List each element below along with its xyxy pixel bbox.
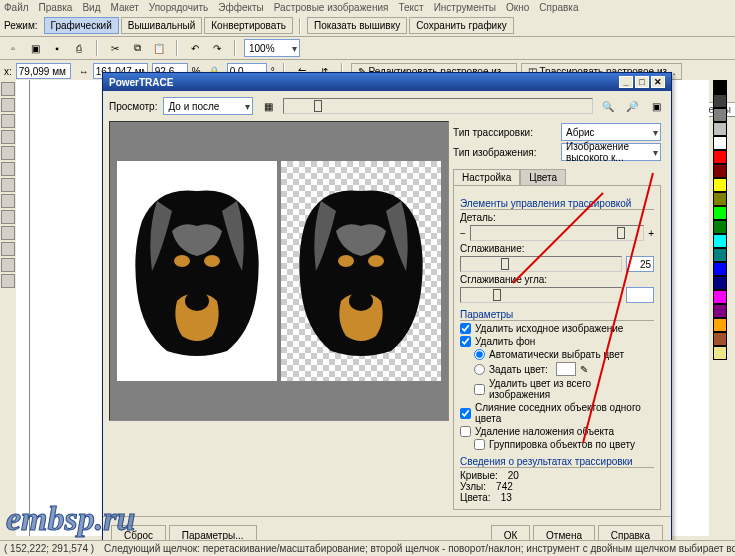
crop-tool-icon[interactable]: [1, 114, 15, 128]
plus-icon[interactable]: +: [648, 228, 654, 239]
menu-window[interactable]: Окно: [506, 2, 529, 13]
palette-swatch[interactable]: [713, 234, 727, 248]
menu-tools[interactable]: Инструменты: [434, 2, 496, 13]
eyedropper-tool-icon[interactable]: [1, 242, 15, 256]
palette-swatch[interactable]: [713, 94, 727, 108]
palette-swatch[interactable]: [713, 262, 727, 276]
delete-source-checkbox[interactable]: [460, 323, 471, 334]
detail-slider[interactable]: [470, 225, 644, 241]
minus-icon[interactable]: −: [460, 228, 466, 239]
corner-input[interactable]: [626, 287, 654, 303]
preview-mode-dropdown[interactable]: До и после: [163, 97, 253, 115]
corner-slider[interactable]: [460, 287, 622, 303]
text-tool-icon[interactable]: [1, 210, 15, 224]
curves-label: Кривые:: [460, 470, 498, 481]
fill-tool-icon[interactable]: [1, 274, 15, 288]
tab-colors[interactable]: Цвета: [520, 169, 566, 185]
mode-convert[interactable]: Конвертировать: [204, 17, 293, 34]
group-by-color-checkbox[interactable]: [474, 439, 485, 450]
zoom-out-icon[interactable]: 🔎: [623, 97, 641, 115]
paste-icon[interactable]: 📋: [150, 39, 168, 57]
smooth-slider[interactable]: [460, 256, 622, 272]
delete-bg-checkbox[interactable]: [460, 336, 471, 347]
palette-swatch[interactable]: [713, 108, 727, 122]
transparency-icon[interactable]: ▦: [259, 97, 277, 115]
menu-view[interactable]: Вид: [82, 2, 100, 13]
svg-point-0: [174, 255, 190, 267]
show-embroidery[interactable]: Показать вышивку: [307, 17, 407, 34]
palette-swatch[interactable]: [713, 80, 727, 94]
menu-help[interactable]: Справка: [539, 2, 578, 13]
save-graphic[interactable]: Сохранить графику: [409, 17, 514, 34]
print-icon[interactable]: ⎙: [70, 39, 88, 57]
rectangle-tool-icon[interactable]: [1, 162, 15, 176]
palette-swatch[interactable]: [713, 220, 727, 234]
maximize-icon[interactable]: □: [635, 76, 649, 88]
zoom-dropdown[interactable]: 100%: [244, 39, 300, 57]
trace-type-label: Тип трассировки:: [453, 127, 533, 138]
menu-text[interactable]: Текст: [398, 2, 423, 13]
mode-embroidery[interactable]: Вышивальный: [121, 17, 203, 34]
zoom-in-icon[interactable]: 🔍: [599, 97, 617, 115]
set-color-radio[interactable]: [474, 364, 485, 375]
menu-effects[interactable]: Эффекты: [218, 2, 263, 13]
palette-swatch[interactable]: [713, 346, 727, 360]
ellipse-tool-icon[interactable]: [1, 178, 15, 192]
cut-icon[interactable]: ✂: [106, 39, 124, 57]
menu-edit[interactable]: Правка: [39, 2, 73, 13]
image-type-dropdown[interactable]: Изображение высокого к...: [561, 143, 661, 161]
delete-bg-label: Удалить фон: [475, 336, 535, 347]
redo-icon[interactable]: ↷: [208, 39, 226, 57]
palette-swatch[interactable]: [713, 178, 727, 192]
preview-before: [117, 161, 277, 381]
trace-type-dropdown[interactable]: Абрис: [561, 123, 661, 141]
pick-tool-icon[interactable]: [1, 82, 15, 96]
delete-overlap-checkbox[interactable]: [460, 426, 471, 437]
new-icon[interactable]: ▫: [4, 39, 22, 57]
transparency-slider[interactable]: [283, 98, 593, 114]
menu-bitmap[interactable]: Растровые изображения: [274, 2, 389, 13]
colors-value: 13: [501, 492, 512, 503]
palette-swatch[interactable]: [713, 276, 727, 290]
freehand-tool-icon[interactable]: [1, 146, 15, 160]
palette-swatch[interactable]: [713, 136, 727, 150]
menu-file[interactable]: Файл: [4, 2, 29, 13]
shape-tool-icon[interactable]: [1, 98, 15, 112]
open-icon[interactable]: ▣: [26, 39, 44, 57]
palette-swatch[interactable]: [713, 318, 727, 332]
merge-adjacent-checkbox[interactable]: [460, 408, 471, 419]
palette-swatch[interactable]: [713, 150, 727, 164]
minimize-icon[interactable]: _: [619, 76, 633, 88]
delete-source-label: Удалить исходное изображение: [475, 323, 623, 334]
image-type-label: Тип изображения:: [453, 147, 536, 158]
outline-tool-icon[interactable]: [1, 258, 15, 272]
palette-swatch[interactable]: [713, 122, 727, 136]
palette-swatch[interactable]: [713, 332, 727, 346]
fit-icon[interactable]: ▣: [647, 97, 665, 115]
palette-swatch[interactable]: [713, 206, 727, 220]
tab-settings[interactable]: Настройка: [453, 169, 520, 185]
close-icon[interactable]: ✕: [651, 76, 665, 88]
auto-color-radio[interactable]: [474, 349, 485, 360]
dialog-titlebar[interactable]: PowerTRACE _ □ ✕: [103, 73, 671, 91]
save-icon[interactable]: ▪: [48, 39, 66, 57]
menu-layout[interactable]: Макет: [110, 2, 138, 13]
palette-swatch[interactable]: [713, 304, 727, 318]
x-input[interactable]: [16, 63, 71, 79]
palette-swatch[interactable]: [713, 248, 727, 262]
eyedropper-icon[interactable]: ✎: [580, 364, 588, 375]
palette-swatch[interactable]: [713, 164, 727, 178]
smooth-input[interactable]: [626, 256, 654, 272]
polygon-tool-icon[interactable]: [1, 194, 15, 208]
mode-graphic[interactable]: Графический: [44, 17, 119, 34]
interactive-tool-icon[interactable]: [1, 226, 15, 240]
zoom-tool-icon[interactable]: [1, 130, 15, 144]
palette-swatch[interactable]: [713, 290, 727, 304]
copy-icon[interactable]: ⧉: [128, 39, 146, 57]
menu-arrange[interactable]: Упорядочить: [149, 2, 209, 13]
trace-controls-title: Элементы управления трассировкой: [460, 198, 654, 210]
palette-swatch[interactable]: [713, 192, 727, 206]
color-swatch[interactable]: [556, 362, 576, 376]
undo-icon[interactable]: ↶: [186, 39, 204, 57]
delete-whole-checkbox[interactable]: [474, 384, 485, 395]
